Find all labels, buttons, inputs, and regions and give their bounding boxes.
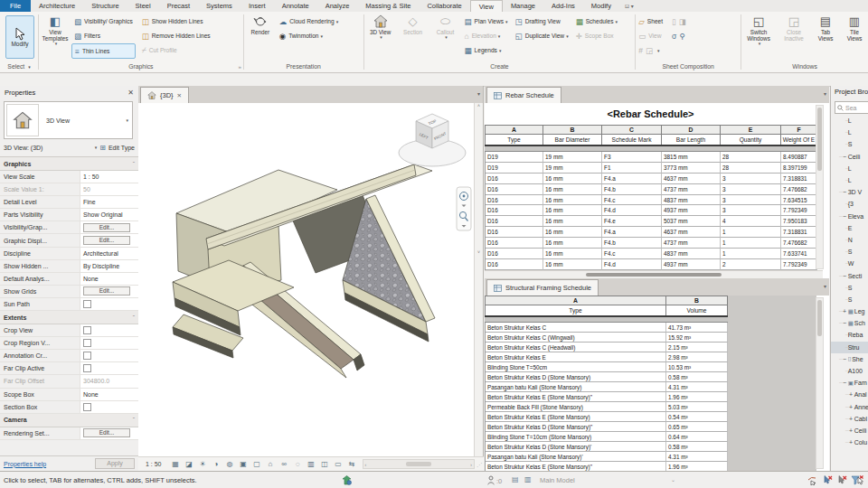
filters-button[interactable]: ▨Filters: [71, 29, 136, 42]
thin-lines-button[interactable]: ≡Thin Lines: [71, 43, 136, 59]
cell[interactable]: 0.65 m³: [666, 422, 728, 432]
properties-section-graphics[interactable]: Graphicsˆ: [0, 157, 138, 171]
cell[interactable]: 4837 mm: [662, 195, 721, 206]
guide-grid-button[interactable]: #◲▾: [636, 43, 665, 57]
ribbon-tab-annotate[interactable]: Annotate: [274, 0, 317, 12]
deselect-links-icon[interactable]: [822, 475, 833, 485]
cell[interactable]: 1: [721, 238, 781, 249]
render-button[interactable]: Render: [244, 14, 277, 36]
table-row[interactable]: Beton Struktur Kelas E (Stone Mansory)"1…: [486, 462, 729, 471]
cell[interactable]: 19 mm: [543, 152, 602, 163]
table-row[interactable]: Beton Struktur Kelas D (Stone Mansory)"0…: [486, 422, 729, 432]
checkbox[interactable]: [83, 300, 91, 308]
table-row[interactable]: D1616 mmF4.d4937 mm37.792349: [486, 205, 817, 216]
cell[interactable]: D19: [486, 163, 543, 174]
viewport-tab-close-icon[interactable]: ✕: [177, 92, 182, 99]
edit-button[interactable]: Edit...: [83, 428, 130, 437]
expand-icon[interactable]: +: [848, 391, 854, 398]
cell[interactable]: 3773 mm: [662, 163, 721, 174]
cell[interactable]: 4637 mm: [662, 174, 721, 184]
cell[interactable]: D16: [486, 227, 543, 238]
properties-close-icon[interactable]: ✕: [127, 89, 134, 97]
tree-item-secti[interactable]: ┄−Secti: [831, 269, 868, 281]
tile-views-button[interactable]: ▥Tile Views: [841, 14, 868, 42]
rebar-vertical-scrollbar[interactable]: [816, 105, 824, 269]
schedules-button[interactable]: ▦Schedules▾: [573, 14, 620, 28]
ribbon-tab-systems[interactable]: Systems: [198, 0, 241, 12]
tree-item-l[interactable]: ┄L: [831, 163, 868, 174]
worksharing-display-icon[interactable]: ⇆: [345, 460, 359, 468]
tree-item-ceili[interactable]: ┄−Ceili: [831, 151, 868, 163]
tree-item-l[interactable]: ┄L: [831, 174, 868, 186]
manage-collaboration-icon[interactable]: [342, 475, 352, 485]
cell[interactable]: F4.d: [602, 205, 662, 216]
cell[interactable]: 7.634515: [781, 195, 817, 206]
tree-item-ceili[interactable]: ┄+Ceili: [831, 425, 868, 436]
ribbon-tab-view[interactable]: View: [470, 0, 503, 12]
cell[interactable]: D16: [486, 238, 543, 249]
3d-canvas[interactable]: TOP LEFT FRONT: [138, 103, 476, 457]
table-row[interactable]: Blinding Stone T=10cm (Stone Mansory)0.6…: [486, 432, 729, 442]
column-letter[interactable]: E: [721, 125, 781, 135]
section-collapse-icon[interactable]: ˆ: [133, 314, 135, 321]
cell[interactable]: 7.476682: [781, 238, 817, 249]
column-header[interactable]: Bar Diameter: [543, 135, 602, 145]
expand-icon[interactable]: +: [848, 416, 854, 422]
sheet-button[interactable]: ▱Sheet: [636, 14, 665, 28]
cell[interactable]: F4.a: [602, 174, 662, 184]
column-header[interactable]: Schedule Mark: [602, 135, 662, 145]
cell[interactable]: 7.950183: [781, 216, 817, 227]
cell[interactable]: F3: [602, 152, 662, 163]
modify-button[interactable]: Modify: [5, 15, 34, 59]
type-selector[interactable]: 3D View ▾: [4, 101, 133, 139]
rebar-schedule-body[interactable]: <Rebar Schedule> ABCDEF TypeBar Diameter…: [485, 103, 829, 271]
cell[interactable]: D16: [486, 184, 543, 195]
tree-item-colu[interactable]: ┄+Colu: [831, 436, 868, 448]
framing-tab-menu-icon[interactable]: ▾: [824, 283, 826, 289]
tree-item-3[interactable]: ┄{3: [831, 198, 868, 210]
cell[interactable]: Beton Struktur Kelas E (Stone Mansory)": [486, 392, 666, 402]
cell[interactable]: Beton Struktur Kelas C (Headwall): [486, 343, 666, 352]
cell[interactable]: 41.73 m³: [666, 323, 728, 333]
temporary-hide-isolate-icon[interactable]: ◌: [291, 460, 305, 468]
rebar-schedule-tab[interactable]: Rebar Schedule: [486, 87, 561, 103]
table-row[interactable]: Beton Struktur Kelas C (Wingwall)15.92 m…: [486, 333, 729, 343]
properties-section-extents[interactable]: Extentsˆ: [0, 311, 138, 324]
cell[interactable]: 16 mm: [543, 259, 602, 270]
twinmotion-button[interactable]: ◉Twinmotion▾: [277, 29, 342, 42]
table-row[interactable]: D1616 mmF4.d4937 mm27.792349: [486, 259, 817, 270]
apply-button[interactable]: Apply: [95, 458, 135, 469]
cell[interactable]: 0.64 m³: [666, 432, 728, 442]
table-row[interactable]: D1616 mmF4.a4637 mm17.318831: [486, 227, 817, 238]
deselect-pinned-icon[interactable]: [836, 475, 847, 485]
checkbox[interactable]: [83, 339, 91, 347]
cell[interactable]: 3815 mm: [662, 152, 721, 163]
project-browser-search-input[interactable]: Sea: [835, 101, 868, 114]
cell[interactable]: 1: [721, 249, 781, 259]
detail-level-icon[interactable]: ▦: [169, 460, 183, 468]
table-row[interactable]: Beton Struktur Kelas D (Stone Mansory)'0…: [486, 442, 729, 452]
rebar-horizontal-scrollbar[interactable]: [485, 270, 823, 278]
edit-type-button[interactable]: Edit Type: [108, 145, 135, 151]
column-header[interactable]: Type: [486, 135, 543, 145]
cell[interactable]: 10.53 m³: [666, 362, 728, 372]
cell[interactable]: 7.476682: [781, 184, 817, 195]
collapse-icon[interactable]: −: [842, 356, 848, 362]
cell[interactable]: Beton Struktur Kelas D (Stone Mansory)": [486, 422, 666, 432]
displacement-icon[interactable]: ▭: [332, 460, 345, 468]
view-templates-button[interactable]: ◧ View Templates▾: [39, 14, 71, 48]
cell[interactable]: Pasangan batu Kali (Stone Mansory): [486, 382, 666, 392]
cell[interactable]: D16: [486, 259, 543, 270]
design-options-icon[interactable]: ▥: [524, 475, 532, 483]
expand-icon[interactable]: +: [848, 404, 854, 410]
edit-button[interactable]: Edit...: [83, 286, 130, 296]
modify-pulldown-icon[interactable]: ⊡ ▾: [619, 0, 634, 12]
worksets-icon[interactable]: ▤: [512, 475, 519, 483]
cell[interactable]: F4.b: [602, 184, 662, 195]
cell[interactable]: D16: [486, 195, 543, 206]
column-header[interactable]: Volume: [666, 305, 728, 315]
cloud-rendering-button[interactable]: ☁Cloud Rendering▾: [277, 14, 342, 28]
cell[interactable]: 7.633741: [781, 249, 817, 259]
expand-icon[interactable]: +: [848, 439, 854, 446]
tree-item-s[interactable]: ┄S: [831, 138, 868, 150]
